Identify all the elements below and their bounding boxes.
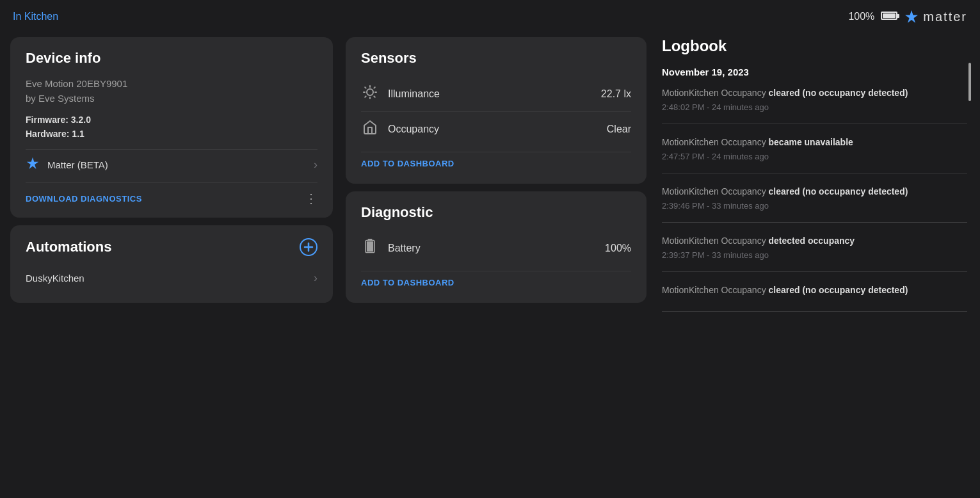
illuminance-label: Illuminance <box>388 88 440 100</box>
illuminance-row: Illuminance 22.7 lx <box>361 77 631 111</box>
middle-column: Sensors <box>339 31 653 494</box>
log-time-0: 2:48:02 PM - 24 minutes ago <box>662 102 967 112</box>
log-entry-1: MotionKitchen Occupancy became unavailab… <box>662 136 967 173</box>
matter-beta-label: Matter (BETA) <box>47 159 108 170</box>
automation-item-duskykitchen[interactable]: DuskyKitchen › <box>26 266 317 290</box>
log-text-4: MotionKitchen Occupancy cleared (no occu… <box>662 284 967 297</box>
occupancy-row: Occupancy Clear <box>361 111 631 147</box>
svg-line-11 <box>374 87 374 88</box>
battery-left: Battery <box>361 239 421 258</box>
log-action-1: became unavailable <box>769 137 853 147</box>
log-time-2: 2:39:46 PM - 33 minutes ago <box>662 201 967 211</box>
header-right: 100% matter <box>848 9 967 24</box>
automation-chevron-icon: › <box>314 271 317 285</box>
illuminance-value: 22.7 lx <box>601 88 631 100</box>
svg-line-7 <box>374 96 374 97</box>
automations-title: Automations <box>26 239 111 255</box>
automations-card: Automations DuskyKitchen › <box>10 225 333 303</box>
log-time-3: 2:39:37 PM - 33 minutes ago <box>662 250 967 260</box>
log-text-2: MotionKitchen Occupancy cleared (no occu… <box>662 185 967 198</box>
occupancy-icon <box>361 120 379 139</box>
log-entry-3: MotionKitchen Occupancy detected occupan… <box>662 234 967 272</box>
diagnostics-row: DOWNLOAD DIAGNOSTICS ⋮ <box>26 182 317 205</box>
battery-row: Battery 100% <box>361 231 631 266</box>
device-model-name: Eve Motion 20EBY9901 <box>26 78 127 89</box>
battery-diag-icon <box>361 239 379 258</box>
left-column: Device info Eve Motion 20EBY9901 by Eve … <box>6 31 339 494</box>
matter-logo: matter <box>904 9 967 24</box>
occupancy-value: Clear <box>607 124 631 135</box>
device-manufacturer: by Eve Systems <box>26 93 95 104</box>
sensors-add-to-dashboard-button[interactable]: ADD TO DASHBOARD <box>361 152 631 171</box>
illuminance-left: Illuminance <box>361 84 440 104</box>
log-action-2: cleared (no occupancy detected) <box>769 186 908 197</box>
download-diagnostics-button[interactable]: DOWNLOAD DIAGNOSTICS <box>26 194 142 204</box>
log-action-4: cleared (no occupancy detected) <box>769 285 908 295</box>
main-content: Device info Eve Motion 20EBY9901 by Eve … <box>0 31 980 494</box>
add-automation-button[interactable] <box>300 238 317 256</box>
log-text-1: MotionKitchen Occupancy became unavailab… <box>662 136 967 149</box>
plus-circle-icon <box>300 238 317 256</box>
header: In Kitchen 100% matter <box>0 0 980 31</box>
matter-row-left: Matter (BETA) <box>26 156 108 173</box>
log-prefix-2: MotionKitchen Occupancy <box>662 186 769 197</box>
occupancy-left: Occupancy <box>361 120 439 139</box>
battery-percent: 100% <box>848 11 874 22</box>
diagnostic-title: Diagnostic <box>361 204 631 221</box>
automation-name: DuskyKitchen <box>26 273 84 284</box>
device-firmware: Firmware: 3.2.0 <box>26 115 317 125</box>
log-action-3: detected occupancy <box>769 236 855 246</box>
battery-label: Battery <box>388 243 421 254</box>
logbook-title: Logbook <box>662 37 967 55</box>
automations-header: Automations <box>26 238 317 256</box>
matter-star-logo-icon <box>904 9 919 24</box>
log-action-0: cleared (no occupancy detected) <box>769 88 908 98</box>
diagnostic-add-to-dashboard-button[interactable]: ADD TO DASHBOARD <box>361 271 631 290</box>
matter-chevron-icon: › <box>314 158 317 172</box>
sensors-card: Sensors <box>346 37 647 184</box>
battery-icon <box>881 11 897 22</box>
device-model: Eve Motion 20EBY9901 by Eve Systems <box>26 77 317 106</box>
logbook-panel: Logbook November 19, 2023 MotionKitchen … <box>653 31 974 494</box>
log-text-3: MotionKitchen Occupancy detected occupan… <box>662 234 967 248</box>
log-prefix-4: MotionKitchen Occupancy <box>662 285 769 295</box>
log-prefix-3: MotionKitchen Occupancy <box>662 236 769 246</box>
illuminance-icon <box>361 84 379 104</box>
log-entry-0: MotionKitchen Occupancy cleared (no occu… <box>662 86 967 124</box>
log-time-1: 2:47:57 PM - 24 minutes ago <box>662 152 967 161</box>
device-info-title: Device info <box>26 50 317 67</box>
log-prefix-1: MotionKitchen Occupancy <box>662 137 769 147</box>
log-entry-2: MotionKitchen Occupancy cleared (no occu… <box>662 185 967 223</box>
diagnostic-card: Diagnostic Battery 100% ADD TO DASHBOARD <box>346 191 647 303</box>
more-options-button[interactable]: ⋮ <box>305 192 317 205</box>
battery-value: 100% <box>605 243 631 254</box>
device-hardware: Hardware: 1.1 <box>26 129 317 139</box>
svg-point-3 <box>367 89 373 95</box>
svg-line-6 <box>365 87 365 88</box>
location-label: In Kitchen <box>13 11 58 22</box>
matter-row[interactable]: Matter (BETA) › <box>26 149 317 180</box>
log-entry-4: MotionKitchen Occupancy cleared (no occu… <box>662 284 967 312</box>
log-text-0: MotionKitchen Occupancy cleared (no occu… <box>662 86 967 100</box>
logbook-date: November 19, 2023 <box>662 67 967 77</box>
scrollbar-thumb[interactable] <box>968 63 971 101</box>
occupancy-label: Occupancy <box>388 124 439 135</box>
svg-line-10 <box>365 96 365 97</box>
scrollbar-track <box>968 44 971 481</box>
matter-star-icon <box>26 156 40 173</box>
svg-rect-14 <box>367 241 373 251</box>
matter-brand-text: matter <box>923 10 967 24</box>
log-prefix-0: MotionKitchen Occupancy <box>662 88 769 98</box>
device-info-card: Device info Eve Motion 20EBY9901 by Eve … <box>10 37 333 218</box>
sensors-title: Sensors <box>361 50 631 67</box>
